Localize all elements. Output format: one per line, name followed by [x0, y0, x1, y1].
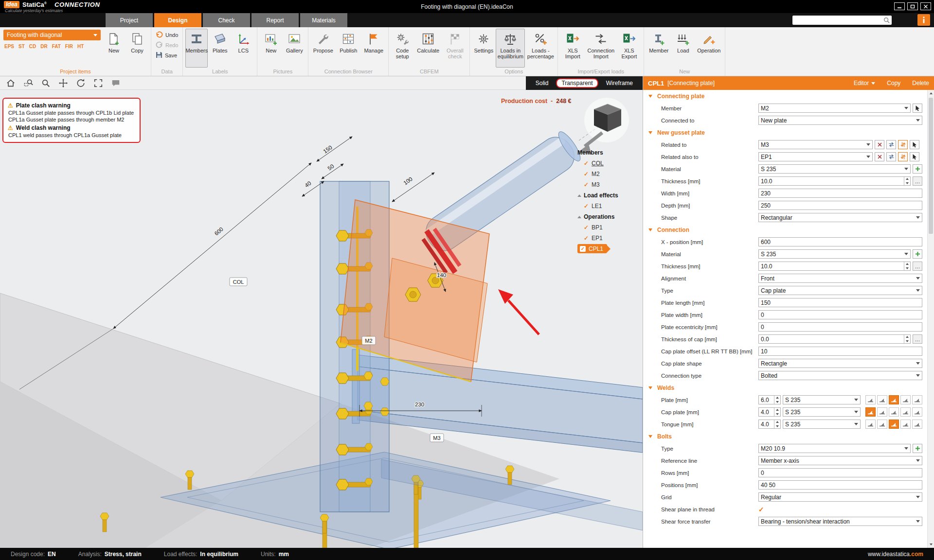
weld-type-icon[interactable] [900, 407, 911, 417]
tree-item-ep1[interactable]: ✓EP1 [577, 233, 632, 244]
tree-item-m2[interactable]: ✓M2 [577, 169, 632, 179]
number-input[interactable]: 4.0 [758, 420, 781, 429]
project-code-st[interactable]: ST [18, 44, 25, 49]
flip-direction-button[interactable] [898, 152, 908, 161]
number-input[interactable]: 10.0 [758, 262, 911, 271]
section-bolts[interactable]: Bolts [643, 430, 927, 442]
more-options-button[interactable]: … [913, 176, 922, 186]
minimize-button[interactable] [894, 2, 905, 10]
number-input[interactable]: 4.0 [758, 407, 781, 417]
dropdown[interactable]: New plate [758, 116, 922, 125]
plates-labels-button[interactable]: Plates [209, 29, 231, 68]
pick-in-scene-button[interactable] [910, 152, 919, 161]
connection-import-button[interactable]: Connection Import [586, 29, 616, 68]
dropdown[interactable]: Cap plate [758, 286, 922, 295]
xls-import-button[interactable]: XLS Import [560, 29, 585, 68]
tab-design[interactable]: Design [154, 13, 201, 27]
overall-check-button[interactable]: Overall check [443, 29, 467, 68]
fit-view-button[interactable] [92, 77, 104, 89]
scroll-down-icon[interactable] [928, 541, 934, 548]
tree-item-cpl1[interactable]: ✓CPL1 [577, 244, 607, 253]
zoom-button[interactable] [40, 77, 52, 89]
tree-item-m3[interactable]: ✓M3 [577, 179, 632, 190]
weld-type-icon[interactable] [900, 395, 911, 404]
value-input[interactable]: 0 [758, 468, 922, 477]
weld-type-icon[interactable] [865, 407, 876, 417]
stepper-buttons[interactable] [904, 335, 910, 343]
editor-button[interactable]: Editor [854, 80, 875, 87]
dropdown[interactable]: EP1 [758, 152, 873, 161]
add-material-button[interactable] [913, 249, 922, 259]
number-input[interactable]: 0.0 [758, 334, 911, 344]
dropdown[interactable]: M20 10.9 [758, 444, 911, 453]
tree-section-operations[interactable]: Operations [577, 211, 632, 222]
3d-viewport[interactable]: 600 150 50 40 100 140 230 COL M2 M3 [0, 90, 643, 548]
project-selector[interactable]: Footing with diagonal [3, 30, 101, 40]
value-input[interactable]: 0 [758, 310, 922, 319]
delete-operation-button[interactable]: Delete [912, 80, 929, 87]
project-code-eps[interactable]: EPS [4, 44, 14, 49]
pick-in-scene-button[interactable] [910, 140, 919, 149]
section-new-gusset-plate[interactable]: New gusset plate [643, 126, 927, 139]
dropdown[interactable]: Front [758, 274, 922, 283]
pick-in-scene-button[interactable] [913, 104, 922, 113]
new-member-button[interactable]: Member [647, 29, 671, 68]
weld-type-icon[interactable] [912, 420, 922, 429]
dropdown[interactable]: S 235 [783, 420, 861, 429]
dropdown[interactable]: Bearing - tension/shear interaction [758, 517, 922, 526]
flip-direction-button[interactable] [898, 140, 908, 149]
project-code-fir[interactable]: FIR [65, 44, 73, 49]
more-options-button[interactable]: … [913, 262, 922, 271]
comment-button[interactable] [110, 77, 122, 89]
save-button[interactable]: Save [154, 51, 180, 60]
value-input[interactable]: 40 50 [758, 480, 922, 490]
website-link[interactable]: www.ideastatica.com [868, 551, 923, 558]
weld-type-icon[interactable] [877, 420, 887, 429]
value-input[interactable]: 600 [758, 237, 922, 246]
checked-checkbox-icon[interactable]: ✓ [580, 246, 586, 252]
weld-type-icon[interactable] [912, 395, 922, 404]
project-code-fat[interactable]: FAT [52, 44, 61, 49]
new-load-button[interactable]: Load [672, 29, 694, 68]
code-setup-button[interactable]: Code setup [391, 29, 413, 68]
value-input[interactable]: 150 [758, 298, 922, 307]
new-picture-button[interactable]: New [260, 29, 282, 68]
search-button[interactable] [881, 16, 892, 25]
dropdown[interactable]: S 235 [758, 249, 911, 259]
dropdown[interactable]: M3 [758, 140, 873, 149]
search-input[interactable] [792, 17, 881, 24]
section-connection[interactable]: Connection [643, 224, 927, 236]
close-button[interactable] [920, 2, 931, 10]
weld-type-icon[interactable] [889, 407, 899, 417]
pan-button[interactable] [57, 77, 69, 89]
weld-type-icon[interactable] [900, 420, 911, 429]
project-code-dr[interactable]: DR [40, 44, 47, 49]
weld-type-icon[interactable] [865, 420, 876, 429]
tab-project[interactable]: Project [106, 13, 153, 27]
section-connecting-plate[interactable]: Connecting plate [643, 90, 927, 102]
value-input[interactable]: 0 [758, 322, 922, 332]
add-material-button[interactable] [913, 444, 922, 453]
stepper-buttons[interactable] [774, 396, 780, 404]
tab-report[interactable]: Report [251, 13, 299, 27]
tree-item-le1[interactable]: ✓LE1 [577, 201, 632, 211]
redo-button[interactable]: Redo [154, 40, 180, 50]
dropdown[interactable]: Rectangle [758, 359, 922, 368]
clear-button[interactable] [875, 152, 884, 161]
view-mode-transparent[interactable]: Transparent [556, 78, 598, 88]
lcs-button[interactable]: LCS [232, 29, 254, 68]
tree-item-bp1[interactable]: ✓BP1 [577, 222, 632, 233]
view-mode-solid[interactable]: Solid [533, 79, 552, 88]
manage-button[interactable]: Manage [361, 29, 386, 68]
xls-export-button[interactable]: XLS Export [617, 29, 641, 68]
dropdown[interactable]: S 235 [783, 407, 861, 417]
dropdown[interactable]: M2 [758, 104, 911, 113]
info-button[interactable] [917, 14, 930, 26]
section-welds[interactable]: Welds [643, 382, 927, 394]
tree-item-col[interactable]: ✓COL [577, 158, 632, 169]
home-view-button[interactable] [5, 77, 17, 89]
weld-type-icon[interactable] [877, 407, 887, 417]
number-input[interactable]: 6.0 [758, 395, 781, 404]
rotate-view-button[interactable] [75, 77, 87, 89]
new-operation-button[interactable]: Operation [695, 29, 722, 68]
